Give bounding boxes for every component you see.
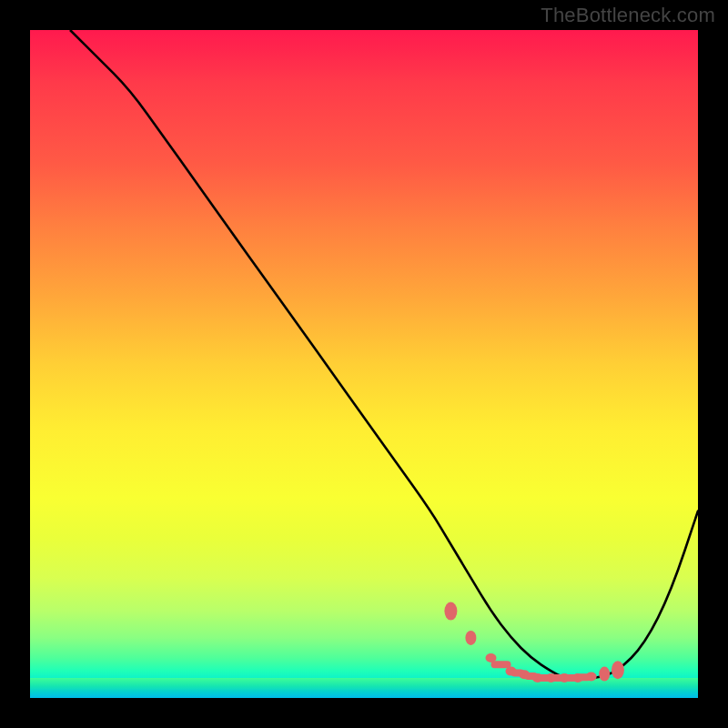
marker-dot <box>612 661 624 679</box>
marker-dot <box>444 602 457 621</box>
watermark-label: TheBottleneck.com <box>541 4 715 27</box>
marker-connector <box>578 673 592 681</box>
plot-area <box>30 30 698 698</box>
markers-group <box>444 602 624 682</box>
marker-connector <box>538 674 551 682</box>
marker-connector <box>511 670 525 677</box>
bottleneck-curve <box>70 30 698 678</box>
marker-dot <box>599 667 610 682</box>
marker-connector <box>564 674 578 682</box>
marker-dot <box>465 631 476 645</box>
marker-connector <box>551 674 565 682</box>
chart-svg <box>30 30 698 698</box>
chart-frame: TheBottleneck.com <box>0 0 728 728</box>
marker-connector <box>491 661 511 668</box>
marker-connector <box>524 672 538 680</box>
